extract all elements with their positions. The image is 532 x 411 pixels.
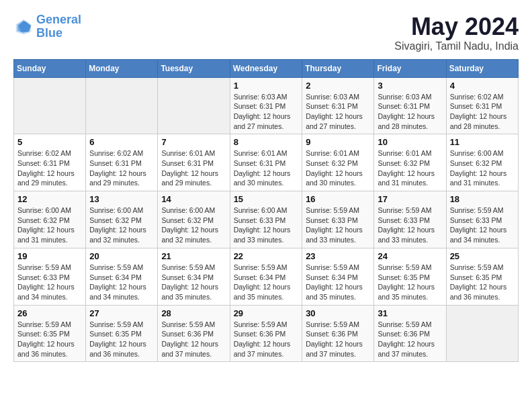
calendar-cell (158, 77, 230, 134)
day-info: Sunrise: 6:01 AMSunset: 6:32 PMDaylight:… (378, 148, 442, 188)
calendar-cell: 17Sunrise: 5:59 AMSunset: 6:33 PMDayligh… (374, 191, 446, 248)
day-info: Sunrise: 5:59 AMSunset: 6:33 PMDaylight:… (17, 263, 82, 302)
calendar-cell: 22Sunrise: 5:59 AMSunset: 6:34 PMDayligh… (230, 248, 302, 305)
day-info: Sunrise: 5:59 AMSunset: 6:34 PMDaylight:… (234, 263, 299, 302)
calendar-cell: 11Sunrise: 6:00 AMSunset: 6:32 PMDayligh… (446, 134, 518, 191)
day-info: Sunrise: 6:03 AMSunset: 6:31 PMDaylight:… (234, 92, 299, 132)
calendar-cell: 28Sunrise: 5:59 AMSunset: 6:36 PMDayligh… (158, 305, 230, 362)
calendar-cell (446, 305, 518, 362)
week-row-4: 19Sunrise: 5:59 AMSunset: 6:33 PMDayligh… (14, 248, 519, 305)
day-info: Sunrise: 6:00 AMSunset: 6:33 PMDaylight:… (234, 205, 299, 245)
week-row-5: 26Sunrise: 5:59 AMSunset: 6:35 PMDayligh… (14, 305, 519, 362)
header-monday: Monday (86, 59, 158, 77)
day-info: Sunrise: 6:01 AMSunset: 6:31 PMDaylight:… (234, 148, 299, 188)
calendar-cell: 14Sunrise: 6:00 AMSunset: 6:32 PMDayligh… (158, 191, 230, 248)
calendar-cell: 30Sunrise: 5:59 AMSunset: 6:36 PMDayligh… (302, 305, 374, 362)
day-info: Sunrise: 6:02 AMSunset: 6:31 PMDaylight:… (450, 92, 515, 132)
week-row-1: 1Sunrise: 6:03 AMSunset: 6:31 PMDaylight… (14, 77, 519, 134)
day-info: Sunrise: 5:59 AMSunset: 6:33 PMDaylight:… (378, 205, 442, 245)
calendar-cell: 9Sunrise: 6:01 AMSunset: 6:32 PMDaylight… (302, 134, 374, 191)
day-info: Sunrise: 6:00 AMSunset: 6:32 PMDaylight:… (17, 205, 82, 245)
day-number: 5 (17, 137, 82, 147)
calendar-cell: 2Sunrise: 6:03 AMSunset: 6:31 PMDaylight… (302, 77, 374, 134)
day-number: 21 (161, 251, 226, 261)
logo-blue: Blue (36, 26, 62, 40)
header-wednesday: Wednesday (230, 59, 302, 77)
calendar-cell: 15Sunrise: 6:00 AMSunset: 6:33 PMDayligh… (230, 191, 302, 248)
day-number: 19 (17, 251, 82, 261)
day-number: 20 (89, 251, 154, 261)
calendar-cell: 6Sunrise: 6:02 AMSunset: 6:31 PMDaylight… (86, 134, 158, 191)
day-info: Sunrise: 5:59 AMSunset: 6:34 PMDaylight:… (89, 263, 154, 302)
day-info: Sunrise: 5:59 AMSunset: 6:34 PMDaylight:… (161, 263, 226, 302)
day-info: Sunrise: 6:03 AMSunset: 6:31 PMDaylight:… (378, 92, 442, 132)
day-info: Sunrise: 5:59 AMSunset: 6:35 PMDaylight:… (378, 263, 442, 302)
day-number: 1 (234, 81, 299, 91)
day-number: 4 (450, 81, 515, 91)
calendar-cell: 23Sunrise: 5:59 AMSunset: 6:34 PMDayligh… (302, 248, 374, 305)
day-number: 23 (306, 251, 370, 261)
day-number: 15 (234, 194, 299, 204)
calendar-cell: 12Sunrise: 6:00 AMSunset: 6:32 PMDayligh… (14, 191, 86, 248)
day-number: 29 (234, 308, 299, 318)
calendar-cell: 31Sunrise: 5:59 AMSunset: 6:36 PMDayligh… (374, 305, 446, 362)
header-thursday: Thursday (302, 59, 374, 77)
calendar-cell: 13Sunrise: 6:00 AMSunset: 6:32 PMDayligh… (86, 191, 158, 248)
day-info: Sunrise: 6:01 AMSunset: 6:32 PMDaylight:… (306, 148, 370, 188)
day-number: 11 (450, 137, 515, 147)
day-number: 27 (89, 308, 154, 318)
header-friday: Friday (374, 59, 446, 77)
day-number: 7 (161, 137, 226, 147)
logo-icon (13, 17, 34, 37)
day-number: 9 (306, 137, 370, 147)
day-number: 12 (17, 194, 82, 204)
calendar-cell: 16Sunrise: 5:59 AMSunset: 6:33 PMDayligh… (302, 191, 374, 248)
day-number: 16 (306, 194, 370, 204)
month-year-title: May 2024 (394, 13, 519, 40)
day-info: Sunrise: 5:59 AMSunset: 6:36 PMDaylight:… (234, 320, 299, 359)
week-row-3: 12Sunrise: 6:00 AMSunset: 6:32 PMDayligh… (14, 191, 519, 248)
location-label: Sivagiri, Tamil Nadu, India (394, 40, 519, 52)
calendar-cell: 29Sunrise: 5:59 AMSunset: 6:36 PMDayligh… (230, 305, 302, 362)
calendar-cell: 19Sunrise: 5:59 AMSunset: 6:33 PMDayligh… (14, 248, 86, 305)
day-info: Sunrise: 5:59 AMSunset: 6:34 PMDaylight:… (306, 263, 370, 302)
day-info: Sunrise: 6:03 AMSunset: 6:31 PMDaylight:… (306, 92, 370, 132)
calendar-cell: 27Sunrise: 5:59 AMSunset: 6:35 PMDayligh… (86, 305, 158, 362)
day-number: 31 (378, 308, 442, 318)
day-info: Sunrise: 5:59 AMSunset: 6:33 PMDaylight:… (450, 205, 515, 245)
calendar-cell: 21Sunrise: 5:59 AMSunset: 6:34 PMDayligh… (158, 248, 230, 305)
day-number: 3 (378, 81, 442, 91)
calendar-table: SundayMondayTuesdayWednesdayThursdayFrid… (13, 59, 519, 363)
week-row-2: 5Sunrise: 6:02 AMSunset: 6:31 PMDaylight… (14, 134, 519, 191)
day-number: 8 (234, 137, 299, 147)
day-number: 24 (378, 251, 442, 261)
day-number: 28 (161, 308, 226, 318)
day-info: Sunrise: 5:59 AMSunset: 6:36 PMDaylight:… (161, 320, 226, 359)
calendar-cell (14, 77, 86, 134)
page-header: General Blue May 2024 Sivagiri, Tamil Na… (13, 13, 519, 52)
day-info: Sunrise: 6:00 AMSunset: 6:32 PMDaylight:… (161, 205, 226, 245)
day-info: Sunrise: 5:59 AMSunset: 6:35 PMDaylight:… (89, 320, 154, 359)
calendar-cell: 26Sunrise: 5:59 AMSunset: 6:35 PMDayligh… (14, 305, 86, 362)
day-info: Sunrise: 6:02 AMSunset: 6:31 PMDaylight:… (89, 148, 154, 188)
logo: General Blue (13, 13, 81, 40)
day-info: Sunrise: 6:00 AMSunset: 6:32 PMDaylight:… (450, 148, 515, 188)
day-number: 26 (17, 308, 82, 318)
day-info: Sunrise: 6:02 AMSunset: 6:31 PMDaylight:… (17, 148, 82, 188)
calendar-cell: 4Sunrise: 6:02 AMSunset: 6:31 PMDaylight… (446, 77, 518, 134)
day-number: 22 (234, 251, 299, 261)
day-number: 18 (450, 194, 515, 204)
day-number: 2 (306, 81, 370, 91)
day-number: 13 (89, 194, 154, 204)
calendar-cell: 18Sunrise: 5:59 AMSunset: 6:33 PMDayligh… (446, 191, 518, 248)
day-number: 10 (378, 137, 442, 147)
calendar-cell: 5Sunrise: 6:02 AMSunset: 6:31 PMDaylight… (14, 134, 86, 191)
logo-general: General (36, 13, 81, 26)
calendar-cell: 8Sunrise: 6:01 AMSunset: 6:31 PMDaylight… (230, 134, 302, 191)
header-saturday: Saturday (446, 59, 518, 77)
day-number: 17 (378, 194, 442, 204)
day-number: 25 (450, 251, 515, 261)
day-info: Sunrise: 5:59 AMSunset: 6:36 PMDaylight:… (306, 320, 370, 359)
day-info: Sunrise: 6:01 AMSunset: 6:31 PMDaylight:… (161, 148, 226, 188)
calendar-cell: 25Sunrise: 5:59 AMSunset: 6:35 PMDayligh… (446, 248, 518, 305)
